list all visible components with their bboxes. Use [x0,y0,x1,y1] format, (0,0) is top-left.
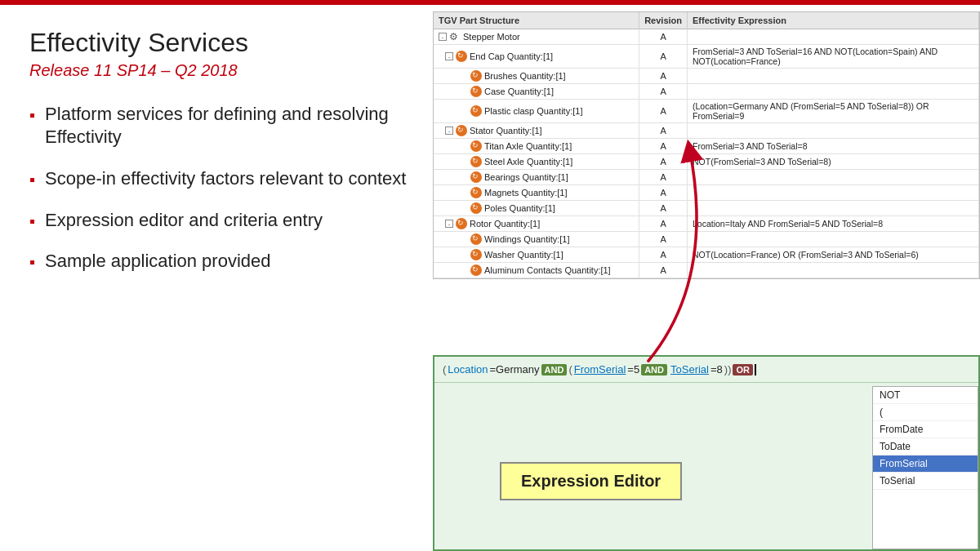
expression-cell: NOT(FromSerial=3 AND ToSerial=8) [688,154,979,170]
revision-cell: A [639,84,688,100]
revision-cell: A [639,185,688,201]
component-icon [470,233,482,245]
revision-cell: A [639,123,688,139]
expression-cell: NOT(Location=France) OR (FromSerial=3 AN… [688,247,979,263]
revision-cell: A [639,216,688,232]
revision-cell: A [639,100,688,123]
row-name-label: Aluminum Contacts Quantity:[1] [484,265,611,275]
expression-editor-area: (Location=Germany AND (FromSerial=5 AND … [433,355,980,551]
table-row: Plastic clasp Quantity:[1]A(Location=Ger… [434,100,979,123]
token-paren-open: ( [443,363,446,375]
revision-cell: A [639,201,688,216]
expression-cell [688,170,979,185]
dropdown-item[interactable]: ToSerial [873,473,978,490]
expression-cell: FromSerial=3 AND ToSerial=16 AND NOT(Loc… [688,45,979,69]
table-row: -Rotor Quantity:[1]ALocation=Italy AND F… [434,216,979,232]
table-row: Washer Quantity:[1]ANOT(Location=France)… [434,247,979,263]
revision-cell: A [639,29,688,45]
dropdown-item[interactable]: NOT [873,387,978,404]
expression-cell [688,185,979,201]
slide-title: Effectivity Services [29,28,408,58]
cursor [755,364,756,375]
token-location: Location [448,363,488,375]
revision-cell: A [639,139,688,154]
main-content: Effectivity Services Release 11 SP14 – Q… [0,5,980,551]
revision-cell: A [639,232,688,247]
revision-cell: A [639,45,688,69]
bullet-item-3: Expression editor and criteria entry [29,209,408,233]
slide-subtitle: Release 11 SP14 – Q2 2018 [29,61,408,80]
revision-cell: A [639,170,688,185]
token-toserial: ToSerial [670,363,709,375]
expand-icon[interactable]: - [445,52,453,60]
expression-cell [688,263,979,278]
bullet-item-4: Sample application provided [29,250,408,273]
tgv-table: TGV Part Structure Revision Effectivity … [434,12,979,278]
component-icon [470,70,482,82]
dropdown-item[interactable]: ( [873,404,978,421]
table-body: -⚙Stepper MotorA-End Cap Quantity:[1]AFr… [434,29,979,278]
table-row: Aluminum Contacts Quantity:[1]A [434,263,979,278]
row-name-label: Titan Axle Quantity:[1] [484,141,572,151]
row-name-label: Magnets Quantity:[1] [484,188,568,198]
expression-cell [688,84,979,100]
expression-cell: Location=Italy AND FromSerial=5 AND ToSe… [688,216,979,232]
expand-icon[interactable]: - [445,220,453,228]
token-paren-close: )) [724,363,732,375]
revision-cell: A [639,247,688,263]
row-name-label: Plastic clasp Quantity:[1] [484,106,582,116]
component-icon [470,264,482,276]
component-icon [470,171,482,183]
table-row: Bearings Quantity:[1]A [434,170,979,185]
gear-icon: ⚙ [449,31,461,42]
component-icon [456,125,467,136]
expression-cell: FromSerial=3 AND ToSerial=8 [688,139,979,154]
expression-cell: (Location=Germany AND (FromSerial=5 AND … [688,100,979,123]
expand-icon[interactable]: - [445,127,453,135]
component-icon [470,202,482,214]
row-name-label: Case Quantity:[1] [484,87,554,96]
table-row: Poles Quantity:[1]A [434,201,979,216]
component-icon [470,249,482,260]
table-row: -Stator Quantity:[1]A [434,123,979,139]
expression-cell [688,201,979,216]
dropdown-item[interactable]: FromDate [873,421,978,438]
expression-input-bar[interactable]: (Location=Germany AND (FromSerial=5 AND … [434,357,978,383]
left-panel: Effectivity Services Release 11 SP14 – Q… [0,5,433,551]
table-row: Brushes Quantity:[1]A [434,69,979,84]
component-icon [470,156,482,167]
col-header-expression: Effectivity Expression [688,12,979,29]
component-icon [470,140,482,152]
component-icon [470,187,482,198]
dropdown-item[interactable]: ToDate [873,438,978,455]
expression-editor-label: Expression Editor [500,462,682,500]
token-paren-inner: ( [568,363,572,375]
expand-icon[interactable]: - [439,33,447,41]
right-panel: TGV Part Structure Revision Effectivity … [433,5,980,551]
row-name-label: Windings Quantity:[1] [484,234,570,244]
bullet-item-2: Scope-in effectivity factors relevant to… [29,167,408,191]
token-toserial-val: =8 [710,363,723,375]
col-header-revision: Revision [639,12,688,29]
col-header-structure: TGV Part Structure [434,12,639,29]
component-icon [456,51,467,62]
table-row: Titan Axle Quantity:[1]AFromSerial=3 AND… [434,139,979,154]
table-row: Magnets Quantity:[1]A [434,185,979,201]
component-icon [470,86,482,97]
expression-cell [688,29,979,45]
expression-dropdown[interactable]: NOT(FromDateToDateFromSerialToSerial [872,386,978,549]
token-or: OR [733,364,753,375]
revision-cell: A [639,263,688,278]
table-row: -End Cap Quantity:[1]AFromSerial=3 AND T… [434,45,979,69]
table-row: Case Quantity:[1]A [434,84,979,100]
dropdown-item[interactable]: FromSerial [873,455,978,473]
revision-cell: A [639,69,688,84]
token-fromserial: FromSerial [574,363,626,375]
row-name-label: Brushes Quantity:[1] [484,71,566,81]
row-name-label: Poles Quantity:[1] [484,203,555,213]
component-icon [456,218,467,229]
row-name-label: Stepper Motor [463,32,520,42]
expression-cell [688,123,979,139]
table-row: Windings Quantity:[1]A [434,232,979,247]
bullet-list: Platform services for defining and resol… [29,103,408,273]
